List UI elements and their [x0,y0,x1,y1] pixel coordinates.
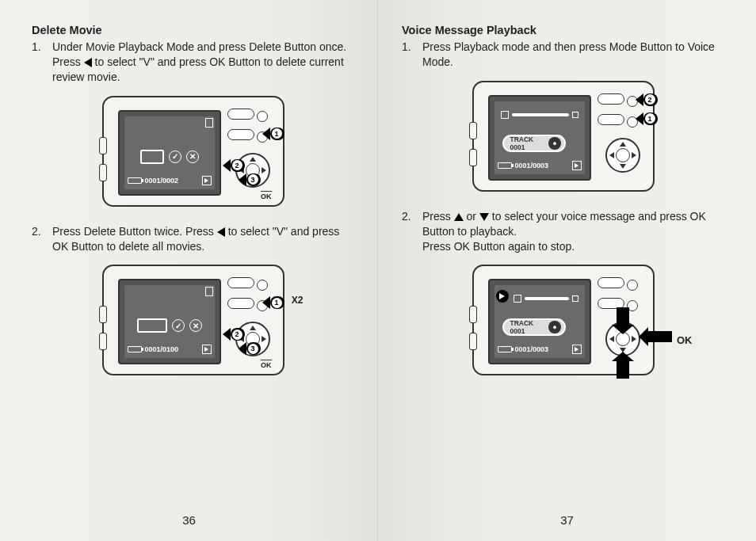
heading-delete-movie: Delete Movie [32,24,354,36]
callout-number: 2 [645,94,655,105]
text-fragment: Press Delete Button twice. Press [52,225,217,238]
mode-button [257,280,268,291]
doc-icon [205,118,213,128]
play-icon [572,161,582,170]
callout-2: 2 [643,93,658,106]
callout-3: 3 [246,342,261,355]
callout-3: 3 [246,173,261,186]
arrow-down-icon [617,307,629,325]
dpad-up-icon [250,157,256,162]
picture-icon [202,345,212,354]
page-number: 37 [378,513,756,527]
screen-statusbar: 0001/0100 [128,344,212,355]
play-icon [572,345,582,354]
figure-voice-mode: TRACK 0001 ● 0001/0003 [402,81,724,192]
page-right: Voice Message Playback 1. Press Playback… [378,0,756,541]
mic-icon: ● [548,137,560,150]
x2-label: X2 [292,295,304,306]
func-button [227,298,254,309]
callout-number: 1 [272,128,282,139]
step-text: Press Playback mode and then press Mode … [422,40,724,70]
dpad-right-icon [632,152,636,158]
play-badge-icon [496,290,509,303]
mode-button [627,280,638,291]
camera-illustration: TRACK 0001 ● 0001/0003 [472,81,655,192]
track-box: TRACK 0001 ● [502,318,566,336]
dpad [605,138,640,173]
battery-icon [128,346,142,352]
battery-icon [128,177,142,184]
arrow-up-icon [617,361,629,379]
figure-voice-playback: TRACK 0001 ● 0001/0003 [402,265,724,375]
end-icon [572,295,578,302]
figure-delete-all: 0001/0100 OK 1 X2 [32,265,354,375]
track-box: TRACK 0001 ● [502,135,566,152]
step-text: Under Movie Playback Mode and press Dele… [52,40,354,85]
step-text: Press Delete Button twice. Press to sele… [52,224,354,254]
left-step-1: 1. Under Movie Playback Mode and press D… [32,40,354,85]
text-fragment: or [467,210,479,223]
page-left: Delete Movie 1. Under Movie Playback Mod… [0,0,378,541]
ok-arrow-icon [648,331,672,342]
counter-text: 0001/0003 [515,162,549,170]
film-icon [140,150,164,164]
dpad-right-icon [632,336,636,342]
text-fragment: Press OK Button again to stop. [422,240,575,253]
screen-statusbar: 0001/0002 [128,175,212,186]
step-number: 1. [402,40,414,70]
step-number: 2. [32,224,44,254]
camera-illustration: 0001/0100 OK 1 X2 [102,265,284,375]
dpad-right-icon [262,167,266,173]
callout-1: 1 [643,112,658,125]
dpad-down-icon [620,164,626,169]
camera-screen: 0001/0100 [118,279,221,364]
dpad-up-icon [620,142,626,147]
counter-text: 0001/0100 [145,345,179,353]
camera-illustration: TRACK 0001 ● 0001/0003 [472,265,655,375]
left-step-2: 2. Press Delete Button twice. Press to s… [32,224,354,254]
triangle-left-icon [217,227,225,237]
step-number: 2. [402,209,414,254]
mic-icon: ● [548,321,560,333]
mode-button [257,111,268,122]
check-icon [169,150,181,163]
screen-statusbar: 0001/0003 [498,160,582,171]
camera-screen: TRACK 0001 ● 0001/0003 [488,279,591,364]
callout-number: 2 [232,330,242,340]
ok-label: OK [261,360,272,369]
text-fragment: to select "V" and press OK Button to del… [52,55,344,83]
film-stack-icon [137,318,167,333]
text-fragment: to select your voice message and press O… [422,210,706,238]
right-step-2: 2. Press or to select your voice message… [402,209,724,254]
callout-1: 1 [270,128,284,140]
camera-screen: 0001/0002 [118,110,221,196]
text-fragment: Press [422,210,454,223]
speaker-icon [514,295,521,303]
check-icon [172,319,185,332]
callout-number: 2 [232,160,242,170]
callout-number: 1 [272,298,282,308]
ok-arrow-label: OK [677,334,693,346]
zoom-button [227,109,254,120]
page-number: 36 [0,513,378,527]
step-text: Press or to select your voice message an… [422,209,724,254]
x-icon [186,150,199,163]
picture-icon [202,176,212,185]
zoom-button [598,93,624,105]
screen-midrow [131,147,208,167]
end-icon [572,112,578,118]
speaker-icon [501,111,509,119]
screen-statusbar: 0001/0003 [498,344,582,355]
func-button [598,114,624,125]
battery-icon [498,346,512,352]
callout-number: 1 [645,113,655,124]
right-step-1: 1. Press Playback mode and then press Mo… [402,40,724,70]
zoom-button [598,277,624,288]
dpad-right-icon [262,336,266,342]
track-label: TRACK 0001 [510,135,549,151]
triangle-left-icon [84,58,92,67]
dpad-up-icon [250,326,256,330]
screen-midrow [131,315,208,336]
counter-text: 0001/0003 [515,345,549,353]
ok-label: OK [261,191,272,200]
